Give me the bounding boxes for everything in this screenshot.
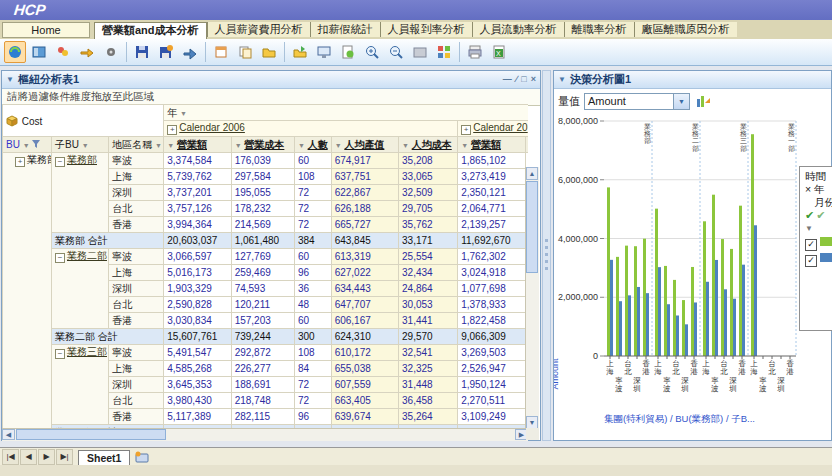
region-cell[interactable]: 香港: [109, 409, 164, 425]
refresh-data-icon[interactable]: [4, 41, 26, 63]
bu-row-header[interactable]: +業務部…: [3, 153, 52, 429]
splitter-grip[interactable]: [545, 239, 548, 273]
minimize-icon[interactable]: —: [503, 75, 512, 84]
save-icon[interactable]: [131, 41, 153, 63]
region-cell[interactable]: 上海: [109, 361, 164, 377]
year-field-header[interactable]: 年 ▼: [164, 105, 528, 121]
tab-home[interactable]: Home: [2, 22, 90, 38]
calendar-2006-header[interactable]: +Calendar 2006: [164, 121, 458, 137]
bar-Calendar-2006[interactable]: [739, 206, 742, 356]
bar-Calendar-2006[interactable]: [691, 267, 694, 356]
bar-Calendar-2007[interactable]: [676, 315, 679, 356]
measure-header-4[interactable]: ▼ 人均成本: [399, 137, 458, 153]
region-cell[interactable]: 上海: [109, 265, 164, 281]
region-column-header[interactable]: 地區名稱 ▼: [109, 137, 164, 153]
filter-funnel-icon[interactable]: [32, 140, 40, 148]
scroll-up-icon[interactable]: ▲: [526, 167, 538, 180]
bar-Calendar-2007[interactable]: [706, 282, 709, 356]
measure-header-3[interactable]: ▼ 人均產值: [331, 137, 398, 153]
sheet-last-icon[interactable]: ▶|: [56, 449, 73, 465]
excel-export-icon[interactable]: X: [488, 41, 510, 63]
subbu-group-cell[interactable]: −業務三部: [51, 345, 108, 425]
save-as-icon[interactable]: [155, 41, 177, 63]
bar-Calendar-2006[interactable]: [655, 209, 658, 356]
panel-splitter[interactable]: [542, 70, 551, 441]
pivot-vertical-scrollbar[interactable]: ▲ ▼: [525, 167, 539, 429]
measure-header-1[interactable]: ▼ 營業成本: [231, 137, 294, 153]
region-cell[interactable]: 寧波: [109, 249, 164, 265]
check-all-icon[interactable]: ✔: [805, 209, 814, 221]
measure-header-0[interactable]: ▼ 營業額: [164, 137, 231, 153]
sheet-next-icon[interactable]: ▶: [38, 449, 55, 465]
sheet-tab-sheet1[interactable]: Sheet1: [78, 450, 130, 465]
bar-Calendar-2006[interactable]: [643, 239, 646, 356]
horizontal-scroll-thumb[interactable]: [16, 429, 166, 440]
new-window-icon[interactable]: [210, 41, 232, 63]
bar-Calendar-2007[interactable]: [685, 324, 688, 356]
bar-Calendar-2007[interactable]: [694, 302, 697, 356]
bar-Calendar-2007[interactable]: [715, 260, 718, 356]
presentation-icon[interactable]: [313, 41, 335, 63]
maximize-icon[interactable]: □: [521, 75, 526, 84]
check-icon[interactable]: ✔: [816, 209, 825, 221]
bar-Calendar-2007[interactable]: [610, 260, 613, 356]
chart-settings-icon[interactable]: [695, 93, 711, 109]
close-icon[interactable]: ×: [531, 75, 536, 84]
region-cell[interactable]: 深圳: [109, 185, 164, 201]
settings-icon[interactable]: [100, 41, 122, 63]
export-icon[interactable]: [179, 41, 201, 63]
bar-Calendar-2006[interactable]: [703, 221, 706, 356]
bar-Calendar-2007[interactable]: [628, 295, 631, 356]
bar-Calendar-2006[interactable]: [634, 246, 637, 356]
bar-Calendar-2006[interactable]: [664, 266, 667, 356]
bar-Calendar-2006[interactable]: [625, 246, 628, 356]
bar-Calendar-2007[interactable]: [619, 301, 622, 356]
subbu-group-cell[interactable]: −業務部: [51, 153, 108, 233]
legend-checkbox[interactable]: ✓: [805, 239, 817, 251]
refresh-page-icon[interactable]: [337, 41, 359, 63]
bar-Calendar-2006[interactable]: [607, 187, 610, 356]
level-year[interactable]: 年: [814, 183, 825, 195]
region-cell[interactable]: 寧波: [109, 345, 164, 361]
print-icon[interactable]: [464, 41, 486, 63]
zoom-in-icon[interactable]: [361, 41, 383, 63]
window-icon[interactable]: [409, 41, 431, 63]
dropdown-arrow-icon[interactable]: ▼: [673, 94, 689, 109]
bar-Calendar-2006[interactable]: [721, 239, 724, 356]
level-month[interactable]: 月份: [805, 196, 832, 209]
edit-icon[interactable]: ∕: [516, 75, 518, 84]
users-icon[interactable]: [52, 41, 74, 63]
copy-icon[interactable]: [234, 41, 256, 63]
calendar-2007-header[interactable]: +Calendar 20: [458, 121, 528, 137]
tab-6[interactable]: 離職率分析: [564, 22, 634, 37]
bar-Calendar-2006[interactable]: [712, 195, 715, 356]
sheet-first-icon[interactable]: |◀: [2, 449, 19, 465]
zoom-out-icon[interactable]: [385, 41, 407, 63]
sheet-prev-icon[interactable]: ◀: [20, 449, 37, 465]
bar-Calendar-2007[interactable]: [646, 293, 649, 356]
region-cell[interactable]: 台北: [109, 201, 164, 217]
bar-Calendar-2006[interactable]: [673, 280, 676, 356]
tab-2[interactable]: 人員薪資費用分析: [207, 22, 310, 37]
filter-dropdown-icon[interactable]: ▼: [805, 222, 832, 235]
region-cell[interactable]: 寧波: [109, 153, 164, 169]
legend-checkbox[interactable]: ✓: [805, 255, 817, 267]
subbu-group-cell[interactable]: −業務二部: [51, 249, 108, 329]
measure-header-stub[interactable]: ▼: [525, 137, 528, 153]
region-cell[interactable]: 深圳: [109, 377, 164, 393]
bar-Calendar-2007[interactable]: [733, 299, 736, 356]
region-cell[interactable]: 香港: [109, 217, 164, 233]
region-cell[interactable]: 台北: [109, 393, 164, 409]
region-cell[interactable]: 香港: [109, 313, 164, 329]
collapse-arrow-icon[interactable]: ▼: [558, 75, 566, 84]
bar-Calendar-2007[interactable]: [724, 289, 727, 356]
bu-column-header[interactable]: BU ▼: [3, 137, 52, 153]
bar-Calendar-2007[interactable]: [658, 267, 661, 356]
region-cell[interactable]: 上海: [109, 169, 164, 185]
bar-Calendar-2007[interactable]: [667, 304, 670, 356]
subbu-column-header[interactable]: 子BU ▼: [51, 137, 108, 153]
open-folder-icon[interactable]: [258, 41, 280, 63]
vertical-scroll-thumb[interactable]: [526, 181, 538, 273]
legend-item-2[interactable]: ✓: [805, 251, 832, 267]
tab-4[interactable]: 人員報到率分析: [380, 22, 472, 37]
